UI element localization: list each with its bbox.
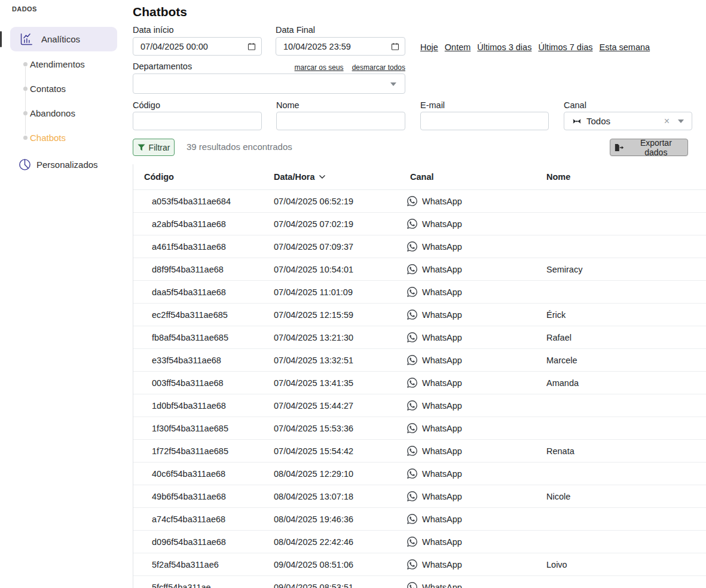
- active-section-indicator: [0, 31, 2, 47]
- whatsapp-icon: [407, 582, 417, 588]
- row-canal-label: WhatsApp: [422, 242, 462, 252]
- email-field-box: [420, 112, 549, 130]
- bullet-icon: [23, 111, 27, 115]
- row-datahora: 07/04/2025 13:21:30: [274, 333, 407, 342]
- quick-link-esta-semana[interactable]: Esta semana: [599, 42, 650, 52]
- sidebar-item-chatbots[interactable]: Chatbots: [0, 131, 66, 144]
- pie-chart-icon: [18, 158, 32, 172]
- canal-select[interactable]: Todos ×: [564, 112, 692, 130]
- row-nome: Loivo: [546, 560, 706, 569]
- table-row[interactable]: 1d0bf54ba311ae68 07/04/2025 15:44:27 Wha…: [133, 394, 706, 417]
- codigo-label: Código: [133, 100, 160, 110]
- row-datahora: 08/04/2025 19:46:36: [274, 514, 407, 524]
- table-row[interactable]: e33f54ba311ae68 07/04/2025 13:32:51 What…: [133, 349, 706, 372]
- row-canal-label: WhatsApp: [422, 469, 462, 479]
- sidebar-item-abandonos[interactable]: Abandonos: [0, 106, 75, 120]
- row-canal-label: WhatsApp: [422, 537, 462, 547]
- table-row[interactable]: 1f30f54ba311ae685 07/04/2025 15:53:36 Wh…: [133, 417, 706, 440]
- row-canal-label: WhatsApp: [422, 333, 462, 342]
- data-final-label: Data Final: [276, 25, 315, 35]
- row-canal-label: WhatsApp: [422, 514, 462, 524]
- table-row[interactable]: ec2ff54ba311ae685 07/04/2025 12:15:59 Wh…: [133, 304, 706, 326]
- sidebar-item-analiticos[interactable]: Analíticos: [10, 27, 117, 51]
- sidebar-item-contatos[interactable]: Contatos: [0, 82, 66, 95]
- departamentos-select[interactable]: [133, 74, 405, 94]
- row-datahora: 07/04/2025 10:54:01: [274, 265, 407, 274]
- row-canal-label: WhatsApp: [422, 560, 462, 569]
- row-datahora: 07/04/2025 06:52:19: [274, 197, 407, 206]
- row-canal-label: WhatsApp: [422, 219, 462, 229]
- row-datahora: 08/04/2025 12:29:10: [274, 469, 407, 479]
- row-canal-label: WhatsApp: [422, 265, 462, 274]
- table-row[interactable]: a461f54ba311ae68 07/04/2025 07:09:37 Wha…: [133, 235, 706, 258]
- whatsapp-icon: [407, 355, 417, 365]
- bullet-icon: [23, 62, 27, 66]
- table-row[interactable]: d096f54ba311ae68 08/04/2025 22:42:46 Wha…: [133, 531, 706, 553]
- table-row[interactable]: a74cf54ba311ae68 08/04/2025 19:46:36 Wha…: [133, 508, 706, 531]
- bullet-icon: [23, 87, 27, 91]
- caret-down-icon[interactable]: [390, 82, 396, 86]
- column-header-codigo[interactable]: Código: [133, 172, 274, 182]
- whatsapp-icon: [407, 468, 417, 479]
- row-canal: WhatsApp: [407, 423, 546, 433]
- sidebar-item-label: Personalizados: [36, 160, 98, 170]
- column-header-canal[interactable]: Canal: [407, 172, 546, 182]
- table-row[interactable]: 5fcff54ba311ae 09/04/2025 08:53:51 Whats…: [133, 576, 706, 588]
- table-row[interactable]: d8f9f54ba311ae68 07/04/2025 10:54:01 Wha…: [133, 258, 706, 281]
- sidebar-item-label: Analíticos: [41, 34, 80, 44]
- quick-link-hoje[interactable]: Hoje: [420, 42, 438, 52]
- calendar-icon[interactable]: [247, 42, 256, 51]
- canal-label: Canal: [564, 100, 586, 110]
- clear-canal-icon[interactable]: ×: [664, 115, 670, 127]
- data-inicio-label: Data início: [133, 25, 174, 35]
- row-canal: WhatsApp: [407, 468, 546, 479]
- row-datahora: 09/04/2025 08:53:51: [274, 583, 407, 588]
- sidebar-item-label: Abandonos: [0, 108, 75, 118]
- row-nome: Amanda: [546, 378, 706, 388]
- row-codigo: a461f54ba311ae68: [133, 242, 274, 252]
- table-row[interactable]: a2abf54ba311ae68 07/04/2025 07:02:19 Wha…: [133, 213, 706, 235]
- table-row[interactable]: 40c6f54ba311ae68 08/04/2025 12:29:10 Wha…: [133, 463, 706, 485]
- column-header-label: Data/Hora: [274, 172, 315, 182]
- caret-down-icon[interactable]: [678, 120, 684, 123]
- table-row[interactable]: 5f2af54ba311ae6 09/04/2025 08:51:06 What…: [133, 553, 706, 576]
- table-row[interactable]: 003ff54ba311ae68 07/04/2025 13:41:35 Wha…: [133, 372, 706, 394]
- nome-input[interactable]: [277, 112, 405, 130]
- row-codigo: a2abf54ba311ae68: [133, 219, 274, 229]
- data-inicio-input[interactable]: [133, 38, 261, 55]
- codigo-input[interactable]: [133, 112, 261, 130]
- chevron-down-sort-icon: [319, 174, 326, 179]
- table-row[interactable]: a053f54ba311ae684 07/04/2025 06:52:19 Wh…: [133, 190, 706, 213]
- quick-link-ontem[interactable]: Ontem: [445, 42, 471, 52]
- filtrar-button[interactable]: Filtrar: [133, 139, 175, 156]
- calendar-icon[interactable]: [391, 42, 399, 51]
- row-canal-label: WhatsApp: [422, 583, 462, 588]
- row-codigo: 1f30f54ba311ae685: [133, 424, 274, 433]
- row-datahora: 07/04/2025 15:44:27: [274, 401, 407, 411]
- row-datahora: 07/04/2025 11:01:09: [274, 287, 407, 297]
- marcar-os-seus-link[interactable]: marcar os seus: [295, 63, 344, 72]
- row-canal: WhatsApp: [407, 355, 546, 365]
- quick-link-ultimos-3-dias[interactable]: Últimos 3 dias: [477, 42, 531, 52]
- row-canal-label: WhatsApp: [422, 492, 462, 501]
- table-row[interactable]: 49b6f54ba311ae68 08/04/2025 13:07:18 Wha…: [133, 485, 706, 508]
- table-row[interactable]: 1f72f54ba311ae685 07/04/2025 15:54:42 Wh…: [133, 440, 706, 463]
- column-header-datahora[interactable]: Data/Hora: [274, 172, 407, 182]
- row-canal: WhatsApp: [407, 378, 546, 388]
- table-row[interactable]: daa5f54ba311ae68 07/04/2025 11:01:09 Wha…: [133, 281, 706, 304]
- row-canal-label: WhatsApp: [422, 287, 462, 297]
- desmarcar-todos-link[interactable]: desmarcar todos: [352, 63, 405, 72]
- whatsapp-icon: [407, 537, 417, 547]
- sidebar-item-atendimentos[interactable]: Atendimentos: [0, 57, 85, 71]
- row-codigo: daa5f54ba311ae68: [133, 287, 274, 297]
- data-final-input[interactable]: [276, 38, 405, 55]
- row-canal: WhatsApp: [407, 582, 546, 588]
- email-input[interactable]: [421, 112, 548, 130]
- sidebar: DADOS Analíticos Atendimentos Contatos A…: [0, 0, 129, 588]
- quick-link-ultimos-7-dias[interactable]: Últimos 7 dias: [538, 42, 592, 52]
- sidebar-item-personalizados[interactable]: Personalizados: [18, 158, 98, 172]
- exportar-dados-button[interactable]: Exportar dados: [610, 139, 688, 156]
- table-row[interactable]: fb8af54ba311ae685 07/04/2025 13:21:30 Wh…: [133, 326, 706, 349]
- column-header-nome[interactable]: Nome: [546, 172, 706, 182]
- whatsapp-icon: [407, 514, 417, 524]
